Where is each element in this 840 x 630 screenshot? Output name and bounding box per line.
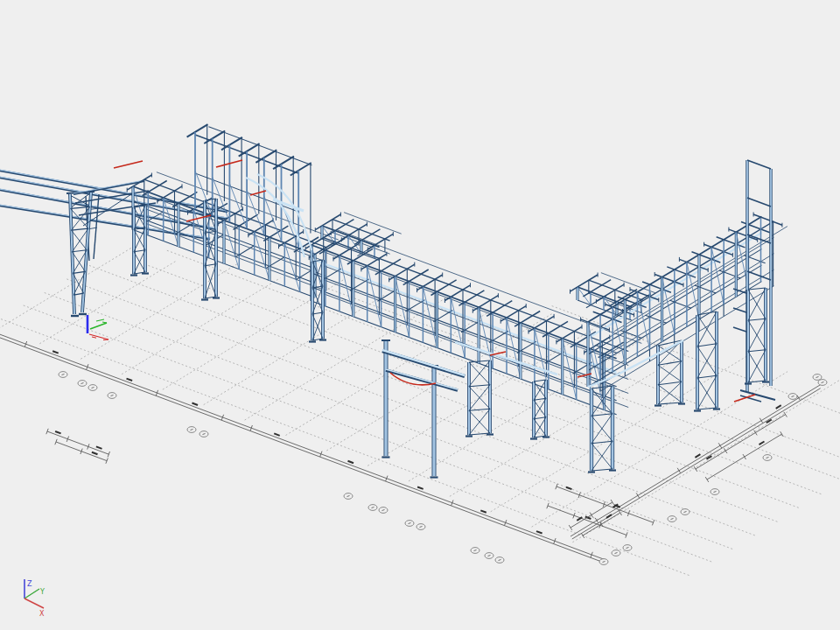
viewport-background <box>0 0 840 630</box>
origin-x-arrowhead <box>103 340 108 340</box>
model-viewport[interactable]: Z Y X <box>0 0 840 630</box>
y-axis-label: Y <box>39 588 45 596</box>
model-scene-canvas[interactable]: Z Y X <box>0 0 840 630</box>
z-axis-label: Z <box>27 580 32 588</box>
x-axis-label: X <box>39 610 45 618</box>
